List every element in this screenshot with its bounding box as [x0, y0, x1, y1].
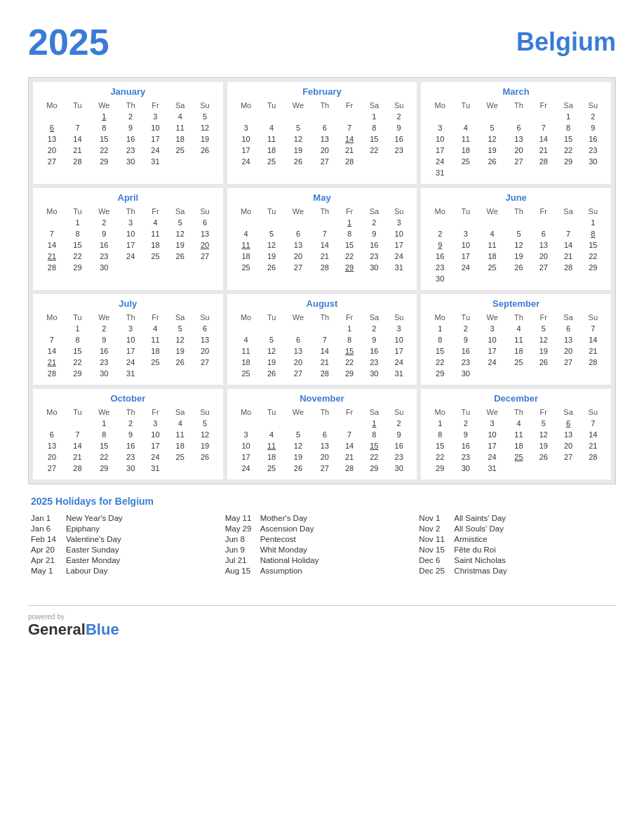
- calendar-day: 12: [192, 122, 217, 133]
- month-table: MoTuWeThFrSaSu12345678910111213141516171…: [39, 406, 217, 474]
- calendar-day: 13: [556, 429, 580, 440]
- weekday-header: We: [284, 206, 312, 217]
- calendar-day: 7: [581, 323, 605, 334]
- calendar-day: 4: [143, 217, 168, 228]
- calendar-day: 2: [119, 111, 143, 122]
- weekday-header: Su: [581, 100, 605, 111]
- weekday-header: Sa: [362, 312, 387, 323]
- calendar-day: 2: [362, 323, 387, 334]
- month-block-august: AugustMoTuWeThFrSaSu12345678910111213141…: [227, 294, 417, 385]
- weekday-header: Th: [119, 312, 143, 323]
- calendar-day: 25: [478, 262, 506, 273]
- month-table: MoTuWeThFrSaSu12345678910111213141516171…: [233, 100, 412, 167]
- calendar-day: [507, 167, 531, 178]
- weekday-header: We: [478, 406, 506, 418]
- calendar-day: 6: [192, 217, 217, 228]
- calendar-day: 22: [90, 451, 118, 463]
- calendar-day: [531, 217, 556, 228]
- calendar-day: [259, 217, 283, 228]
- calendar-day: 27: [531, 262, 556, 273]
- calendar-day: 21: [312, 251, 337, 262]
- calendar-day: 19: [259, 251, 283, 262]
- calendar-day: 3: [478, 418, 506, 429]
- holiday-row: Nov 2All Souls' Day: [419, 524, 613, 533]
- holiday-row: Nov 15Fête du Roi: [419, 545, 613, 554]
- calendar-day: [531, 111, 556, 122]
- calendar-day: 14: [531, 133, 556, 145]
- calendar-day: 2: [581, 111, 605, 122]
- calendar-day: 25: [168, 451, 192, 463]
- calendar-day: 16: [427, 251, 453, 262]
- calendar-day: 28: [531, 156, 556, 167]
- month-table: MoTuWeThFrSaSu12345678910111213141516171…: [233, 406, 412, 474]
- calendar-day: 8: [337, 228, 361, 239]
- calendar-grid: JanuaryMoTuWeThFrSaSu1234567891011121314…: [28, 77, 616, 484]
- calendar-day: 30: [387, 463, 411, 474]
- calendar-day: 27: [284, 262, 312, 273]
- holiday-date: Nov 1: [419, 514, 448, 522]
- calendar-day: 22: [581, 251, 605, 262]
- weekday-header: Tu: [453, 406, 478, 418]
- holidays-column: Nov 1All Saints' DayNov 2All Souls' DayN…: [419, 514, 613, 577]
- weekday-header: Tu: [453, 100, 478, 111]
- holiday-row: Dec 6Saint Nicholas: [419, 556, 613, 564]
- holiday-row: Feb 14Valentine's Day: [31, 535, 225, 543]
- weekday-header: Fr: [531, 206, 556, 217]
- calendar-day: 14: [581, 429, 605, 440]
- calendar-day: 10: [233, 440, 260, 451]
- holiday-row: Jul 21National Holiday: [225, 556, 420, 564]
- calendar-day: 16: [362, 345, 387, 357]
- calendar-day: 22: [65, 251, 90, 262]
- month-name: October: [39, 393, 217, 404]
- calendar-day: 9: [453, 334, 478, 345]
- month-table: MoTuWeThFrSaSu12345678910111213141516171…: [427, 206, 605, 284]
- calendar-day: 9: [90, 334, 118, 345]
- calendar-day: 23: [362, 357, 387, 368]
- calendar-day: 4: [233, 334, 260, 345]
- calendar-day: 17: [387, 345, 411, 357]
- calendar-day: 16: [119, 133, 143, 145]
- calendar-day: 16: [362, 239, 387, 251]
- calendar-day: 14: [39, 345, 65, 357]
- holiday-row: Jan 6Epiphany: [31, 524, 225, 533]
- calendar-day: [556, 273, 580, 284]
- calendar-day: 26: [259, 368, 283, 379]
- calendar-day: 25: [233, 262, 260, 273]
- calendar-day: 12: [192, 429, 217, 440]
- calendar-day: 11: [143, 334, 168, 345]
- calendar-day: 18: [143, 345, 168, 357]
- calendar-day: [284, 217, 312, 228]
- holidays-title: 2025 Holidays for Belgium: [31, 496, 613, 507]
- holiday-date: Apr 21: [31, 556, 60, 564]
- calendar-day: 29: [556, 156, 580, 167]
- calendar-day: [427, 217, 453, 228]
- calendar-day: 13: [312, 440, 337, 451]
- calendar-day: 18: [259, 451, 283, 463]
- holiday-name: Epiphany: [66, 524, 100, 533]
- weekday-header: Fr: [531, 100, 556, 111]
- calendar-day: 7: [531, 122, 556, 133]
- calendar-day: 27: [192, 357, 217, 368]
- calendar-day: 11: [233, 345, 260, 357]
- calendar-day: [312, 323, 337, 334]
- calendar-day: 16: [119, 440, 143, 451]
- calendar-day: [556, 368, 580, 379]
- calendar-day: 25: [507, 357, 531, 368]
- weekday-header: Su: [387, 206, 411, 217]
- calendar-day: 2: [119, 418, 143, 429]
- calendar-day: 1: [427, 418, 453, 429]
- weekday-header: Sa: [168, 406, 192, 418]
- calendar-day: 6: [312, 429, 337, 440]
- calendar-day: 23: [119, 145, 143, 156]
- calendar-day: 3: [119, 217, 143, 228]
- calendar-day: 20: [39, 451, 65, 463]
- calendar-day: 20: [531, 251, 556, 262]
- calendar-day: 2: [387, 111, 411, 122]
- calendar-day: 19: [531, 345, 556, 357]
- calendar-day: 24: [427, 156, 453, 167]
- weekday-header: We: [90, 312, 118, 323]
- weekday-header: Su: [192, 312, 217, 323]
- calendar-day: 31: [143, 463, 168, 474]
- calendar-day: 19: [192, 133, 217, 145]
- weekday-header: Sa: [556, 406, 580, 418]
